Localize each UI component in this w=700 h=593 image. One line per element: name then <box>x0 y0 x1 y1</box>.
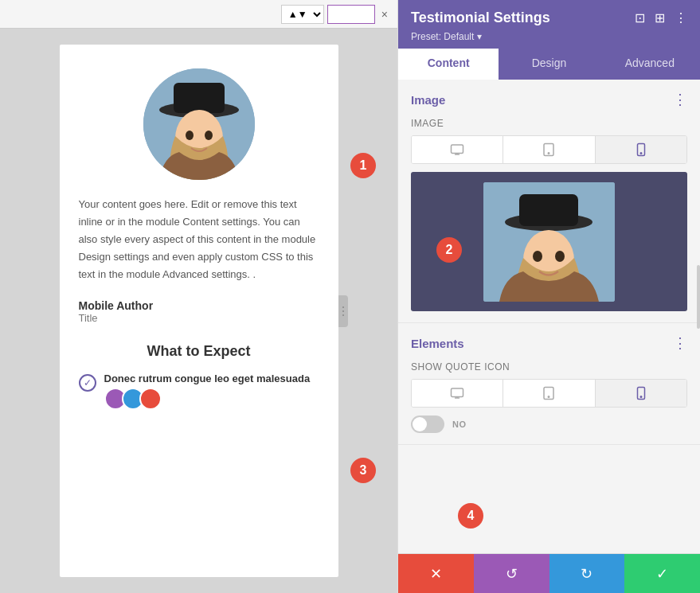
columns-icon[interactable]: ⊞ <box>655 10 665 25</box>
svg-rect-6 <box>452 145 463 154</box>
image-section-menu-icon[interactable]: ⋮ <box>673 91 687 108</box>
mobile-view-button[interactable] <box>596 136 686 163</box>
panel-title-row: Testimonial Settings ⊡ ⊞ ⋮ <box>411 10 687 26</box>
avatar-3 <box>139 388 162 410</box>
image-field-label: Image <box>411 118 687 129</box>
expand-icon[interactable]: ⊡ <box>635 10 645 25</box>
tab-design[interactable]: Design <box>499 49 599 80</box>
redo-button[interactable]: ↻ <box>549 554 625 593</box>
svg-rect-15 <box>519 194 578 226</box>
close-width-button[interactable]: × <box>378 6 391 22</box>
body-text: Your content goes here. Edit or remove t… <box>79 196 319 283</box>
quote-tablet-button[interactable] <box>503 380 595 407</box>
image-section-title-row: Image ⋮ <box>411 91 687 108</box>
svg-point-4 <box>186 131 194 140</box>
image-preview-inner <box>483 182 615 302</box>
elements-section: Elements ⋮ Show Quote Icon <box>398 323 700 445</box>
image-section: Image ⋮ Image <box>398 80 700 323</box>
section-heading: What to Expect <box>79 343 319 360</box>
toggle-row: NO <box>411 415 687 433</box>
resize-handle[interactable] <box>338 295 348 327</box>
tab-advanced[interactable]: Advanced <box>600 49 700 80</box>
elements-section-title-row: Elements ⋮ <box>411 334 687 352</box>
panel-title: Testimonial Settings <box>411 10 550 26</box>
svg-point-17 <box>533 251 542 262</box>
list-item-text: Donec rutrum congue leo eget malesuada <box>104 373 311 384</box>
canvas-content: Your content goes here. Edit or remove t… <box>0 29 397 593</box>
canvas-area: ▲▼ 400px × <box>0 0 397 593</box>
more-icon[interactable]: ⋮ <box>675 10 687 25</box>
panel-header: Testimonial Settings ⊡ ⊞ ⋮ Preset: Defau… <box>398 0 700 49</box>
desktop-view-button[interactable] <box>412 136 503 163</box>
image-responsive-toggle <box>411 135 687 164</box>
svg-point-23 <box>549 396 550 398</box>
portrait-container <box>79 68 319 180</box>
list-item: ✓ Donec rutrum congue leo eget malesuada <box>79 373 319 410</box>
quote-toggle-switch[interactable] <box>411 415 444 433</box>
scroll-indicator <box>697 265 700 329</box>
canvas-toolbar: ▲▼ 400px × <box>0 0 397 29</box>
tab-content[interactable]: Content <box>398 49 499 80</box>
settings-panel: Testimonial Settings ⊡ ⊞ ⋮ Preset: Defau… <box>397 0 700 593</box>
device-select[interactable]: ▲▼ <box>281 5 324 24</box>
panel-header-icons: ⊡ ⊞ ⋮ <box>635 10 687 25</box>
reset-button[interactable]: ↺ <box>474 554 549 593</box>
author-name: Mobile Author <box>79 299 319 312</box>
toggle-knob <box>413 417 427 431</box>
toggle-label: NO <box>452 419 467 429</box>
svg-rect-19 <box>452 388 463 397</box>
elements-section-menu-icon[interactable]: ⋮ <box>673 334 687 352</box>
elements-section-title: Elements <box>411 337 464 350</box>
module-card: Your content goes here. Edit or remove t… <box>60 45 338 577</box>
quote-mobile-button[interactable] <box>596 380 686 407</box>
image-preview[interactable] <box>411 172 687 311</box>
portrait-image <box>143 68 255 180</box>
avatar-row <box>104 388 311 410</box>
svg-point-18 <box>555 251 565 262</box>
panel-preset[interactable]: Preset: Default ▾ <box>411 31 687 42</box>
svg-point-25 <box>640 396 642 398</box>
action-bar: ✕ ↺ ↻ ✓ <box>398 553 700 593</box>
show-quote-label: Show Quote Icon <box>411 361 687 373</box>
quote-responsive-toggle <box>411 379 687 408</box>
panel-tabs: Content Design Advanced <box>398 49 700 80</box>
tablet-view-button[interactable] <box>503 136 595 163</box>
handle-dots <box>342 306 344 316</box>
svg-point-10 <box>549 153 550 154</box>
svg-rect-2 <box>174 83 225 113</box>
check-icon: ✓ <box>79 374 96 392</box>
image-section-title: Image <box>411 93 445 107</box>
quote-desktop-button[interactable] <box>412 380 503 407</box>
panel-body: Image ⋮ Image <box>398 80 700 553</box>
svg-point-5 <box>205 131 213 140</box>
author-title: Title <box>79 312 319 324</box>
save-button[interactable]: ✓ <box>624 554 700 593</box>
svg-point-12 <box>640 153 642 154</box>
cancel-button[interactable]: ✕ <box>398 554 474 593</box>
width-input[interactable]: 400px <box>327 5 375 24</box>
